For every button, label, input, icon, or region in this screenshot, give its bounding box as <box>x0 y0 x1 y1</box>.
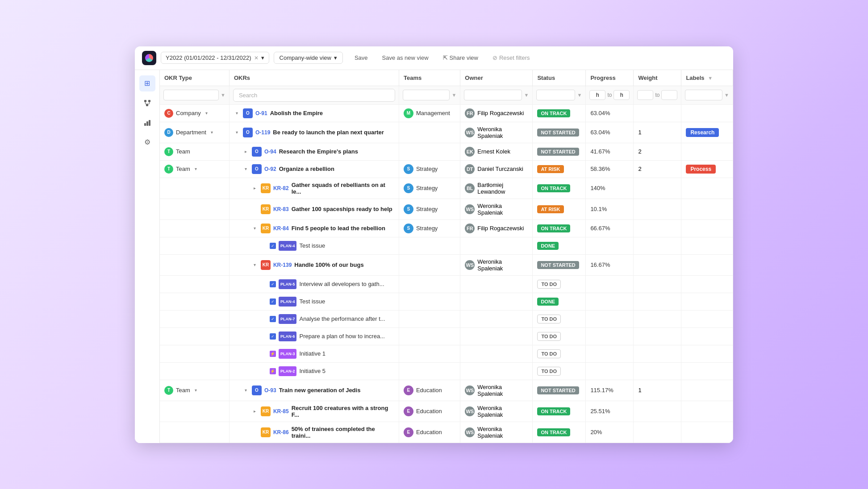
cell-okr: ⚡ PLAN-2 Initiative 5 <box>229 362 399 380</box>
share-view-button[interactable]: ⇱ Share view <box>438 52 484 63</box>
col-header-progress: Progress <box>586 70 634 86</box>
owner-cell: EK Ernest Kolek <box>465 147 528 157</box>
cell-status: DONE <box>533 293 586 310</box>
cell-weight <box>634 327 681 345</box>
expand-btn[interactable] <box>252 262 258 268</box>
cell-progress: 16.67% <box>586 254 634 275</box>
expand-btn[interactable] <box>243 166 249 172</box>
cell-weight <box>634 199 681 220</box>
filter-type-input[interactable] <box>163 90 219 100</box>
filter-icon[interactable]: ▼ <box>708 75 713 81</box>
cell-labels <box>681 293 733 310</box>
okr-id[interactable]: O-93 <box>264 387 276 394</box>
cell-teams: S Strategy <box>399 220 460 237</box>
search-input[interactable] <box>233 89 395 102</box>
filter-type-cell: ▼ <box>160 86 229 104</box>
save-button[interactable]: Save <box>349 52 373 63</box>
filter-progress-min[interactable] <box>589 90 605 100</box>
filter-labels-input[interactable] <box>685 90 722 100</box>
expand-btn[interactable] <box>252 225 258 232</box>
reset-filters-button[interactable]: ⊘ Reset filters <box>487 52 535 63</box>
sidebar-item-hierarchy[interactable] <box>139 95 155 111</box>
table-row: ✓ PLAN-4 Test issue DONE <box>160 293 733 310</box>
expand-btn[interactable] <box>243 149 249 155</box>
owner-cell: WS Weronika Spaleniak <box>465 126 528 139</box>
sidebar-item-chart[interactable] <box>139 115 155 131</box>
filter-status-icon[interactable]: ▼ <box>577 92 582 98</box>
filter-teams-icon[interactable]: ▼ <box>451 92 456 98</box>
cell-teams: E Education <box>399 380 460 401</box>
filter-teams-input[interactable] <box>403 90 450 100</box>
okr-cell: KR KR-85 Recruit 100 creatures with a st… <box>234 405 394 418</box>
okr-id[interactable]: KR-86 <box>273 429 289 435</box>
chevron-down-icon[interactable]: ▾ <box>261 54 264 61</box>
okr-title: Organize a rebellion <box>279 166 334 172</box>
okr-id[interactable]: KR-85 <box>273 408 289 414</box>
expand-btn[interactable] <box>234 110 240 116</box>
expand-btn[interactable] <box>193 387 199 394</box>
okr-title: Be ready to launch the plan next quarter <box>273 129 384 136</box>
sidebar-item-grid[interactable]: ⊞ <box>139 75 155 91</box>
cell-weight <box>634 275 681 293</box>
cell-status: AT RISK <box>533 199 586 220</box>
table-row: T Team O O-93 Train new generation of Je… <box>160 380 733 401</box>
cell-type <box>160 275 229 293</box>
cell-progress <box>586 345 634 362</box>
cell-status: TO DO <box>533 327 586 345</box>
reset-filters-label: Reset filters <box>499 54 530 61</box>
okr-id[interactable]: KR-139 <box>273 262 292 268</box>
filter-status-input[interactable] <box>536 90 575 100</box>
filter-owner-input[interactable] <box>464 90 522 100</box>
team-circle: E <box>404 406 413 416</box>
cell-okr: ✓ PLAN-6 Prepare a plan of how to increa… <box>229 327 399 345</box>
col-label-teams: Teams <box>404 75 421 81</box>
expand-btn[interactable] <box>209 129 215 136</box>
cell-status: DONE <box>533 237 586 254</box>
table-row: KR KR-86 50% of trainees completed the t… <box>160 422 733 443</box>
expand-btn[interactable] <box>193 166 199 172</box>
filter-type-icon[interactable]: ▼ <box>221 92 225 98</box>
expand-btn[interactable] <box>234 129 240 136</box>
expand-btn[interactable] <box>204 110 210 116</box>
cell-type: T Team <box>160 160 229 178</box>
cell-progress: 41.67% <box>586 143 634 160</box>
okr-id[interactable]: O-91 <box>255 110 267 116</box>
okr-cell: KR KR-82 Gather squads of rebelliants on… <box>234 182 394 195</box>
team-label: Strategy <box>416 206 438 212</box>
filter-progress-max[interactable] <box>613 90 630 100</box>
weight-value: 1 <box>638 129 641 136</box>
filter-weight-min[interactable] <box>637 90 653 100</box>
expand-btn[interactable] <box>243 387 249 394</box>
save-as-new-view-button[interactable]: Save as new view <box>377 52 434 63</box>
cell-status: ON TRACK <box>533 401 586 422</box>
filter-owner-icon[interactable]: ▼ <box>524 92 529 98</box>
cell-progress: 66.67% <box>586 220 634 237</box>
okr-id[interactable]: KR-82 <box>273 185 289 191</box>
col-header-okrs: OKRs <box>229 70 399 86</box>
okr-id[interactable]: KR-83 <box>273 206 289 212</box>
filter-weight-max[interactable] <box>661 90 677 100</box>
col-label-owner: Owner <box>465 75 483 81</box>
sidebar-item-settings[interactable]: ⚙ <box>139 134 155 150</box>
okr-id[interactable]: KR-84 <box>273 225 289 232</box>
filter-labels-icon[interactable]: ▼ <box>724 92 729 98</box>
cell-owner: BL Bartłomiej Lewandow <box>460 178 533 199</box>
view-selector[interactable]: Company-wide view ▾ <box>274 52 343 64</box>
team-label: Education <box>416 429 442 435</box>
okr-id[interactable]: O-119 <box>255 129 270 136</box>
expand-btn[interactable] <box>252 185 258 191</box>
status-badge: AT RISK <box>537 165 563 173</box>
cell-progress: 63.04% <box>586 122 634 143</box>
okr-id[interactable]: O-92 <box>264 166 276 172</box>
okr-id[interactable]: O-94 <box>264 149 276 155</box>
team-label: Strategy <box>416 225 438 232</box>
cell-progress <box>586 362 634 380</box>
cell-type <box>160 293 229 310</box>
cell-labels <box>681 275 733 293</box>
table-row: ✓ PLAN-5 Interview all developers to gat… <box>160 275 733 293</box>
date-range-selector[interactable]: Y2022 (01/01/2022 - 12/31/2022) ✕ ▾ <box>161 52 269 64</box>
expand-btn[interactable] <box>252 408 258 414</box>
status-badge: ON TRACK <box>537 184 570 192</box>
cell-labels <box>681 422 733 443</box>
clear-date-icon[interactable]: ✕ <box>254 55 259 61</box>
